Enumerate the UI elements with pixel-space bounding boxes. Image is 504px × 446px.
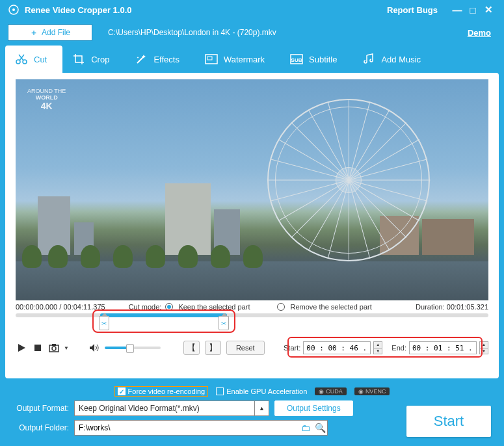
plus-icon: ＋ [30, 27, 38, 38]
output-folder-input[interactable] [75, 423, 298, 432]
tab-label: Subtitle [309, 55, 337, 64]
radio-remove-selected[interactable] [277, 303, 285, 311]
output-format-select[interactable]: Keep Original Video Format(*.mkv) ▲ [74, 400, 269, 416]
output-format-label: Output Format: [10, 404, 69, 413]
force-reencoding-label: Force video re-encoding [128, 387, 206, 395]
topbar: ＋ Add File C:\Users\HP\Desktop\London in… [0, 20, 504, 46]
gpu-accel-label: Enable GPU Acceleration [226, 387, 307, 395]
tab-watermark[interactable]: Watermark [195, 46, 280, 73]
radio-keep-selected[interactable] [165, 303, 173, 311]
wand-icon [134, 53, 148, 66]
tab-effects[interactable]: Effects [125, 46, 195, 73]
app-title: Renee Video Cropper 1.0.0 [25, 5, 132, 15]
start-button[interactable]: Start [406, 406, 491, 437]
report-bugs-link[interactable]: Report Bugs [387, 5, 438, 15]
timeline-track[interactable]: ✂ ✂ [16, 313, 488, 337]
time-display: 00:00:00.000 / 00:04:11.375 [16, 303, 105, 311]
cuda-badge: ◉ CUDA [315, 387, 347, 395]
snapshot-dropdown-icon[interactable]: ▼ [60, 342, 72, 354]
tab-label: Cut [34, 55, 47, 64]
content-panel: AROUND THEWORLD4K 00:00:00.000 / 00:04:1… [5, 73, 499, 378]
output-settings-button[interactable]: Output Settings [274, 400, 353, 416]
stop-button[interactable] [32, 342, 43, 354]
start-spinner[interactable]: ▲▼ [373, 341, 382, 354]
video-watermark: AROUND THEWORLD4K [27, 88, 66, 111]
tab-crop[interactable]: Crop [62, 46, 125, 73]
svg-point-10 [52, 347, 56, 350]
marker-end[interactable]: ✂ [219, 316, 229, 330]
end-label: End: [391, 344, 406, 352]
svg-point-1 [12, 8, 15, 11]
add-file-label: Add File [42, 28, 70, 37]
music-icon [362, 53, 376, 66]
svg-rect-8 [34, 345, 41, 351]
tabbar: Cut Crop Effects Watermark SUB Subtitle … [0, 46, 504, 73]
minimize-button[interactable]: — [449, 5, 465, 16]
output-folder-label: Output Folder: [10, 423, 69, 432]
checkbox-unchecked-icon [216, 387, 224, 395]
gpu-accel-option[interactable]: Enable GPU Acceleration [216, 387, 307, 395]
tab-subtitle[interactable]: SUB Subtitle [280, 46, 352, 73]
scissors-icon [14, 53, 29, 66]
checkbox-checked-icon: ✓ [118, 387, 126, 395]
watermark-icon [204, 53, 219, 66]
volume-icon[interactable] [88, 342, 99, 354]
force-reencoding-option[interactable]: ✓ Force video re-encoding [114, 386, 209, 397]
tab-add-music[interactable]: Add Music [352, 46, 436, 73]
radio-remove-label: Remove the selected part [290, 303, 371, 311]
tab-label: Watermark [224, 55, 265, 64]
reset-button[interactable]: Reset [226, 341, 265, 355]
folder-browse-icon[interactable]: 🗀 [298, 423, 313, 433]
subtitle-icon: SUB [289, 53, 304, 66]
svg-text:SUB: SUB [291, 57, 302, 63]
tab-label: Effects [153, 55, 179, 64]
maximize-button[interactable]: □ [465, 5, 481, 16]
demo-link[interactable]: Demo [468, 28, 491, 38]
svg-rect-5 [207, 57, 212, 60]
play-button[interactable] [16, 342, 27, 354]
titlebar: Renee Video Cropper 1.0.0 Report Bugs — … [0, 0, 504, 20]
add-file-button[interactable]: ＋ Add File [8, 24, 92, 41]
controls-row: ▼ 【 】 Reset Start: ▲▼ End: ▲▼ [16, 339, 488, 359]
duration-label: Duration: 00:01:05.321 [416, 303, 488, 311]
search-folder-icon[interactable]: 🔍 [313, 423, 327, 433]
marker-start[interactable]: ✂ [99, 316, 109, 330]
svg-rect-11 [52, 344, 56, 346]
nvenc-badge: ◉ NVENC [354, 387, 390, 395]
crop-icon [72, 53, 86, 66]
radio-keep-label: Keep the selected part [178, 303, 250, 311]
set-start-bracket-button[interactable]: 【 [183, 341, 200, 355]
cut-mode-label: Cut mode: [129, 303, 162, 311]
set-end-bracket-button[interactable]: 】 [205, 341, 221, 355]
output-format-value: Keep Original Video Format(*.mkv) [75, 404, 254, 413]
end-spinner[interactable]: ▲▼ [479, 341, 488, 354]
snapshot-button[interactable] [48, 342, 59, 354]
info-row: 00:00:00.000 / 00:04:11.375 Cut mode: Ke… [16, 300, 488, 312]
volume-slider[interactable] [105, 347, 161, 349]
start-time-input[interactable] [303, 341, 371, 354]
tab-label: Add Music [381, 55, 421, 64]
video-preview[interactable]: AROUND THEWORLD4K [16, 79, 488, 300]
close-button[interactable]: ✕ [481, 4, 496, 16]
tab-cut[interactable]: Cut [5, 46, 62, 73]
file-path: C:\Users\HP\Desktop\London in 4K - (720p… [108, 28, 468, 37]
tab-label: Crop [91, 55, 109, 64]
start-label: Start: [284, 344, 300, 352]
end-time-input[interactable] [409, 341, 477, 354]
chevron-up-icon[interactable]: ▲ [254, 401, 269, 415]
app-logo-icon [8, 4, 20, 16]
output-folder-field: 🗀 🔍 [74, 420, 328, 436]
